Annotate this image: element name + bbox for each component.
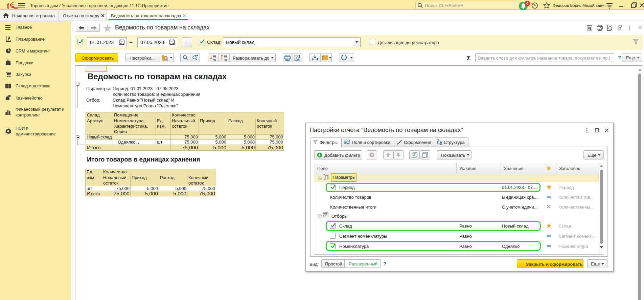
svg-text:4: 4 xyxy=(526,1,529,6)
